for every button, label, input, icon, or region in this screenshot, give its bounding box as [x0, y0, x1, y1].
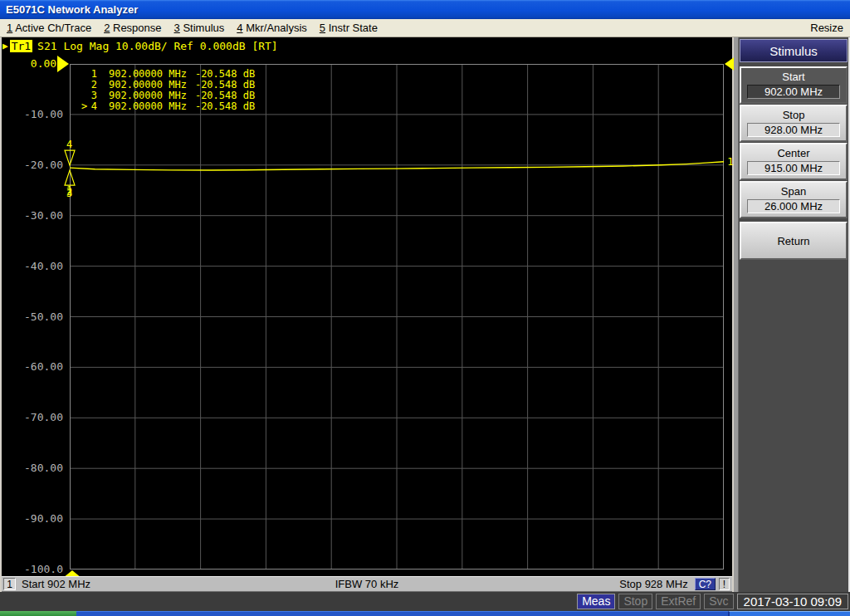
windows-taskbar: [0, 611, 850, 616]
taskbar-middle[interactable]: [76, 611, 728, 616]
span-value-field[interactable]: 26.000 MHz: [747, 199, 840, 213]
menu-response[interactable]: 2 Response: [104, 22, 161, 34]
y-axis-tick-label: -80.00: [5, 462, 63, 475]
channel-window: ▶ Tr1 S21 Log Mag 10.00dB/ Ref 0.000dB […: [0, 37, 732, 592]
menu-resize[interactable]: Resize: [810, 22, 843, 34]
center-value-field[interactable]: 915.00 MHz: [747, 161, 840, 175]
trace-format-text: S21 Log Mag 10.00dB/ Ref 0.000dB [RT]: [37, 40, 278, 52]
system-tray[interactable]: [728, 611, 850, 616]
window-title-bar[interactable]: E5071C Network Analyzer: [0, 0, 850, 19]
y-axis-tick-label: -20.00: [5, 159, 63, 172]
y-axis-tick-label: -50.00: [5, 310, 63, 324]
softkey-stack: Stimulus Start 902.00 MHz Stop 928.00 MH…: [740, 39, 848, 261]
status-sweep-stop: Stop: [618, 594, 652, 609]
instrument-status-bar: Meas Stop ExtRef Svc 2017-03-10 09:09: [0, 592, 850, 611]
status-datetime: 2017-03-10 09:09: [737, 594, 848, 609]
marker-4-label: 4: [66, 139, 72, 150]
softkey-start[interactable]: Start 902.00 MHz: [740, 66, 848, 104]
stop-value-field[interactable]: 928.00 MHz: [747, 123, 840, 137]
status-extref: ExtRef: [656, 594, 701, 609]
y-axis-tick-label: -70.00: [5, 411, 63, 424]
ref-level-indicator-left-icon[interactable]: [57, 56, 69, 72]
trace-name-badge[interactable]: Tr1: [10, 40, 32, 52]
y-axis-tick-label: -10.00: [5, 108, 63, 121]
y-axis-tick-label: -60.00: [5, 360, 63, 374]
graticule-plot: 14123: [70, 64, 724, 570]
status-meas: Meas: [577, 594, 615, 609]
menu-mkr-analysis[interactable]: 4 Mkr/Analysis: [237, 22, 307, 34]
softkey-center[interactable]: Center 915.00 MHz: [740, 143, 848, 180]
y-axis-tick-label: -40.00: [5, 260, 63, 273]
trace-status-line: ▶ Tr1 S21 Log Mag 10.00dB/ Ref 0.000dB […: [2, 37, 732, 54]
marker-readout-table: 1902.00000 MHz-20.548 dB 2902.00000 MHz-…: [81, 69, 255, 112]
softkey-menu: Stimulus Start 902.00 MHz Stop 928.00 MH…: [734, 37, 850, 592]
plot-region: 0.000-10.00-20.00-30.00-40.00-50.00-60.0…: [2, 54, 732, 576]
status-svc: Svc: [704, 594, 733, 609]
softkey-scrollbar[interactable]: [734, 37, 739, 592]
menu-active-ch-trace[interactable]: 1 Active Ch/Trace: [7, 22, 91, 34]
start-value-field[interactable]: 902.00 MHz: [747, 85, 840, 99]
status-ifbw: IFBW 70 kHz: [2, 578, 732, 590]
main-area: ▶ Tr1 S21 Log Mag 10.00dB/ Ref 0.000dB […: [0, 37, 850, 592]
y-axis-tick-label: 0.000: [5, 57, 63, 71]
channel-status-bar: 1 Start 902 MHz IFBW 70 kHz Stop 928 MHz…: [2, 576, 732, 592]
menu-stimulus[interactable]: 3 Stimulus: [174, 22, 225, 34]
softkey-span[interactable]: Span 26.000 MHz: [740, 181, 848, 218]
start-button[interactable]: [0, 611, 76, 616]
y-axis-tick-label: -90.00: [5, 512, 63, 526]
y-axis-tick-label: -100.0: [5, 563, 63, 576]
window-title: E5071C Network Analyzer: [6, 3, 138, 16]
trace-end-label: 1: [727, 155, 734, 168]
y-axis-tick-label: -30.00: [5, 209, 63, 222]
active-trace-arrow-icon: ▶: [2, 41, 8, 51]
softkey-menu-title: Stimulus: [740, 39, 848, 62]
softkey-stop[interactable]: Stop 928.00 MHz: [740, 105, 848, 142]
softkey-return[interactable]: Return: [740, 222, 848, 260]
marker-3-label: 3: [66, 188, 72, 199]
marker-row-4: >4902.00000 MHz-20.548 dB: [81, 101, 255, 112]
menu-bar: 1 Active Ch/Trace 2 Response 3 Stimulus …: [0, 19, 850, 37]
menu-instr-state[interactable]: 5 Instr State: [320, 22, 378, 34]
